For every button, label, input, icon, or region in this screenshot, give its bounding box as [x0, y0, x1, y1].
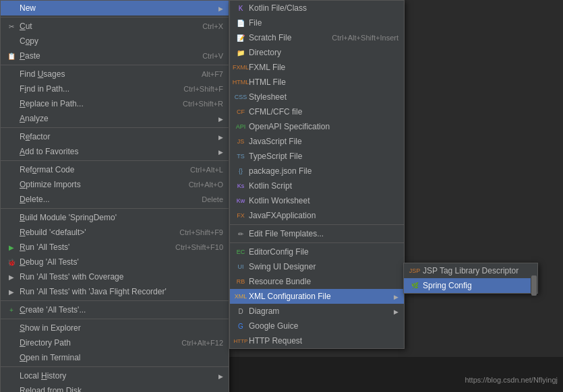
menu-l2-diagram[interactable]: D Diagram — [230, 304, 404, 319]
menu-item-add-favorites[interactable]: Add to Favorites — [1, 144, 229, 159]
menu-l2-http[interactable]: HTTP HTTP Request — [230, 333, 404, 348]
menu-item-reformat[interactable]: Reformat Code Ctrl+Alt+L — [1, 162, 229, 177]
menu-l2-stylesheet[interactable]: CSS Stylesheet — [230, 90, 404, 104]
menu-item-run-recorder[interactable]: ▶ Run 'All Tests' with 'Java Flight Reco… — [1, 284, 229, 299]
diagram-icon: D — [235, 306, 246, 317]
openapi-icon: API — [235, 121, 246, 132]
menu-l2-javafx[interactable]: FX JavaFXApplication — [230, 208, 404, 223]
diagram-arrow — [388, 306, 398, 316]
js-icon: JS — [235, 136, 246, 147]
menu-l3-spring[interactable]: 🌿 Spring Config — [404, 278, 537, 293]
menu-item-find-usages[interactable]: Find Usages Alt+F7 — [1, 67, 229, 81]
menu-item-run-all-tests[interactable]: ▶ Run 'All Tests' Ctrl+Shift+F10 — [1, 240, 229, 255]
file-icon: 📄 — [235, 18, 246, 28]
delete-shortcut: Delete — [188, 195, 223, 203]
dir-icon: 📁 — [235, 47, 246, 58]
edit-templates-label: Edit File Templates... — [249, 229, 398, 238]
l2-separator-1 — [230, 224, 404, 225]
menu-l2-editorconfig[interactable]: EC EditorConfig File — [230, 244, 404, 259]
menu-l2-fxml[interactable]: FXML FXML File — [230, 60, 404, 75]
favorites-arrow — [213, 147, 223, 156]
new-arrow — [213, 3, 223, 13]
menu-l2-swing-ui[interactable]: UI Swing UI Designer — [230, 259, 404, 274]
scratch-label: Scratch File — [249, 33, 318, 42]
find-in-path-shortcut: Ctrl+Shift+F — [170, 85, 223, 93]
separator-7 — [1, 319, 229, 319]
menu-item-copy[interactable]: Copy — [1, 34, 229, 48]
menu-l2-kotlin-file[interactable]: K Kotlin File/Class — [230, 1, 404, 15]
menu-l2-cfml[interactable]: CF CFML/CFC file — [230, 104, 404, 119]
separator-8 — [1, 366, 229, 367]
menu-item-paste[interactable]: 📋 Paste Ctrl+V — [1, 48, 229, 63]
menu-item-show-explorer[interactable]: Show in Explorer — [1, 321, 229, 335]
menu-item-refactor[interactable]: Refactor — [1, 129, 229, 144]
diagram-label: Diagram — [249, 306, 388, 316]
analyze-arrow — [213, 114, 223, 123]
menu-l2-ts[interactable]: TS TypeScript File — [230, 149, 404, 164]
menu-item-rebuild[interactable]: Rebuild '<default>' Ctrl+Shift+F9 — [1, 225, 229, 240]
cfml-label: CFML/CFC file — [249, 107, 398, 117]
separator-5 — [1, 208, 229, 209]
replace-icon — [6, 98, 17, 109]
menu-item-cut[interactable]: ✂ Cut Ctrl+X — [1, 19, 229, 34]
menu-item-dir-path-label: Directory Path — [20, 338, 168, 348]
kotlin-ws-icon: Kw — [235, 195, 246, 206]
menu-item-open-terminal[interactable]: Open in Terminal — [1, 350, 229, 365]
separator-2 — [1, 65, 229, 65]
kotlin-file-icon: K — [235, 3, 246, 13]
menu-item-local-history[interactable]: Local History — [1, 368, 229, 383]
find-usages-icon — [6, 69, 17, 79]
menu-l2-kotlin-script[interactable]: Ks Kotlin Script — [230, 178, 404, 193]
menu-l2-openapi[interactable]: API OpenAPI Specification — [230, 119, 404, 134]
menu-item-build-module[interactable]: Build Module 'SpringDemo' — [1, 210, 229, 225]
kotlin-file-label: Kotlin File/Class — [249, 3, 398, 13]
menu-item-analyze[interactable]: Analyze — [1, 111, 229, 126]
http-icon: HTTP — [235, 335, 246, 346]
history-arrow — [213, 371, 223, 381]
paste-icon: 📋 — [6, 51, 17, 61]
favorites-icon — [6, 146, 17, 157]
menu-l2-scratch[interactable]: 📝 Scratch File Ctrl+Alt+Shift+Insert — [230, 30, 404, 45]
menu-item-delete[interactable]: Delete... Delete — [1, 192, 229, 207]
xml-config-label: XML Configuration File — [249, 292, 388, 301]
menu-item-add-favorites-label: Add to Favorites — [20, 147, 213, 156]
menu-l2-file[interactable]: 📄 File — [230, 15, 404, 30]
menu-item-directory-path[interactable]: Directory Path Ctrl+Alt+F12 — [1, 335, 229, 350]
menu-l2-resource-bundle[interactable]: RB Resource Bundle — [230, 274, 404, 289]
menu-l2-directory[interactable]: 📁 Directory — [230, 45, 404, 60]
menu-l2-js[interactable]: JS JavaScript File — [230, 134, 404, 149]
javafx-icon: FX — [235, 210, 246, 221]
find-usages-shortcut: Alt+F7 — [188, 70, 223, 78]
menu-l3-jsp[interactable]: JSP JSP Tag Library Descriptor — [404, 263, 537, 278]
scrollbar — [531, 263, 537, 293]
new-icon — [6, 3, 17, 13]
menu-item-reload[interactable]: Reload from Disk — [1, 383, 229, 392]
menu-l2-package-json[interactable]: {} package.json File — [230, 164, 404, 178]
menu-item-replace-in-path[interactable]: Replace in Path... Ctrl+Shift+R — [1, 96, 229, 111]
menu-item-debug[interactable]: 🐞 Debug 'All Tests' — [1, 255, 229, 269]
menu-item-optimize[interactable]: Optimize Imports Ctrl+Alt+O — [1, 177, 229, 192]
explorer-icon — [6, 323, 17, 333]
history-icon — [6, 370, 17, 381]
coverage-icon: ▶ — [6, 271, 17, 282]
menu-l2-kotlin-worksheet[interactable]: Kw Kotlin Worksheet — [230, 193, 404, 208]
menu-item-run-coverage[interactable]: ▶ Run 'All Tests' with Coverage — [1, 269, 229, 284]
menu-l2-xml-config[interactable]: XML XML Configuration File — [230, 289, 404, 304]
google-icon: G — [235, 321, 246, 331]
context-menu-l3: JSP JSP Tag Library Descriptor 🌿 Spring … — [403, 263, 538, 294]
cut-icon: ✂ — [6, 21, 17, 32]
menu-item-refactor-label: Refactor — [20, 132, 213, 141]
l2-separator-2 — [230, 242, 404, 243]
scratch-icon: 📝 — [235, 32, 246, 43]
menu-l2-html[interactable]: HTML HTML File — [230, 75, 404, 90]
menu-item-new[interactable]: New — [1, 1, 229, 15]
separator-1 — [1, 17, 229, 18]
menu-item-find-in-path[interactable]: Find in Path... Ctrl+Shift+F — [1, 81, 229, 96]
ts-icon: TS — [235, 151, 246, 162]
menu-item-create-tests[interactable]: + Create 'All Tests'... — [1, 302, 229, 317]
menu-item-delete-label: Delete... — [20, 195, 188, 204]
menu-l2-edit-templates[interactable]: ✏ Edit File Templates... — [230, 226, 404, 241]
menu-item-analyze-label: Analyze — [20, 114, 213, 123]
menu-l2-google-guice[interactable]: G Google Guice — [230, 319, 404, 333]
jsp-icon: JSP — [409, 265, 420, 276]
